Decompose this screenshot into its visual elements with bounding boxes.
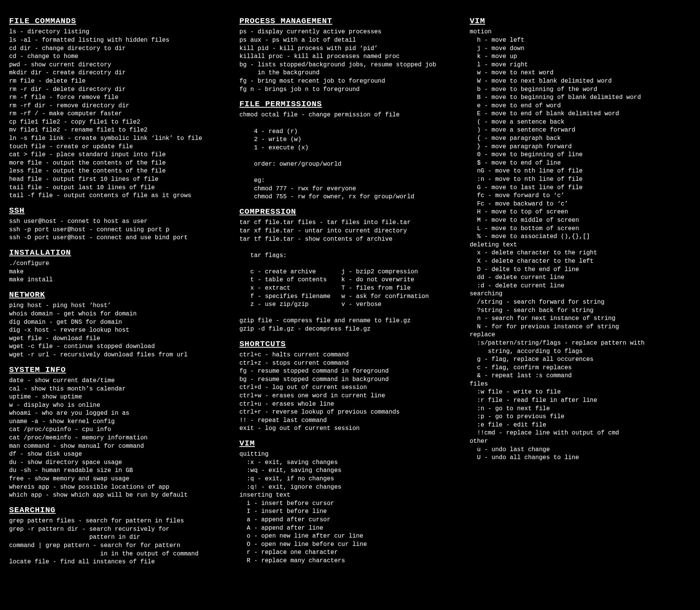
cheat-line: gzip -d file.gz - decompress file.gz [239, 325, 461, 334]
cheat-line: wget file - download file [9, 335, 230, 343]
cheat-line: O - open new line before cur line [239, 541, 461, 549]
cheat-line: g - flag, replace all occurences [470, 356, 691, 364]
cheat-line: cat /proc/meminfo - memory information [9, 434, 230, 442]
cheat-line: ps aux - ps with a lot of detail [239, 36, 461, 45]
cheat-line: fc - move forward to ‘c’ [470, 192, 691, 200]
cheat-line: a - append after cursor [239, 516, 461, 524]
cheat-line: u - undo last change [470, 446, 691, 454]
cheat-line: G - move to last line of file [470, 184, 691, 192]
section-heading: INSTALLATION [9, 248, 230, 258]
cheat-line: cat /proc/cpuinfo - cpu info [9, 426, 230, 434]
cheat-line: grep pattern files - search for pattern … [9, 517, 230, 525]
section-heading: SHORTCUTS [239, 339, 461, 350]
cheat-line: :d - delete current line [470, 282, 691, 290]
cheat-line: :q - exit, if no changes [239, 475, 461, 483]
cheat-line: :n - move to nth line of file [470, 176, 691, 184]
column-3: VIMmotion h - move left j - move down k … [470, 11, 691, 568]
cheat-line: h - move left [470, 36, 691, 45]
cheat-line: wget -c file - continue stopped download [9, 343, 230, 351]
cheat-line: cd dir - change directory to dir [9, 45, 230, 53]
cheat-line: c - flag, confirm replaces [470, 364, 691, 372]
cheat-line: cal - show this month’s calendar [9, 385, 230, 394]
cheat-line: :e file - edit file [470, 421, 691, 430]
cheat-line: du - show directory space usage [9, 459, 230, 467]
cheat-line: f - specifies filename w - ask for confi… [239, 293, 461, 301]
cheat-line: :n - go to next file [470, 405, 691, 413]
cheat-line: which app - show which app will be run b… [9, 491, 230, 500]
cheat-line: more file - output the contents of the f… [9, 159, 230, 168]
cheat-line: less file - output the contents of the f… [9, 167, 230, 176]
section-heading: SYSTEM INFO [9, 365, 230, 375]
cheat-line: head file - output first 10 lines of fil… [9, 176, 230, 184]
section-body: date - show current date/timecal - show … [9, 377, 230, 500]
cheat-line: bg - resume stopped command in backgroun… [239, 376, 461, 384]
cheat-line: N - for for previous instance of string [470, 323, 691, 331]
cheat-line: n - search for next instance of string [470, 315, 691, 323]
cheat-line: inserting text [239, 491, 461, 500]
cheat-line: fg n - brings job n to foreground [239, 86, 461, 94]
cheat-line: c - create archive j - bzip2 compression [239, 268, 461, 276]
section-body: motion h - move left j - move down k - m… [470, 28, 691, 462]
cheat-line: locate file - find all instances of file [9, 558, 230, 566]
cheat-line: dig domain - get DNS for domain [9, 318, 230, 327]
cheat-line: mv file1 file2 - rename file1 to file2 [9, 126, 230, 135]
cheat-line: M - move to middle of screen [470, 216, 691, 225]
cheat-line: chmod 777 - rwx for everyone [239, 185, 461, 193]
cheat-line: ctrl+w - erases one word in current line [239, 392, 461, 400]
cheat-line: whereis app - show possible locations of… [9, 483, 230, 492]
cheat-line [239, 119, 461, 128]
column-2: PROCESS MANAGEMENTps - display currently… [239, 11, 461, 568]
cheat-line: nG - move to nth line of file [470, 167, 691, 176]
cheat-line: dd - delete current line [470, 274, 691, 282]
cheat-line: ln -s file link - create symbolic link ‘… [9, 135, 230, 143]
cheat-line: w - display who is online [9, 401, 230, 410]
cheat-line: !! - repeat last command [239, 417, 461, 425]
cheat-line: o - open new line after cur line [239, 532, 461, 541]
cheat-line: string, according to flags [470, 348, 691, 356]
section-body: tar cf file.tar files - tar files into f… [239, 219, 461, 333]
cheat-line: :r file - read file in after line [470, 397, 691, 405]
cheat-line: ssh -p port user@host - connect using po… [9, 226, 230, 234]
section-body: ctrl+c - halts current commandctrl+z - s… [239, 351, 461, 433]
cheat-line: make install [9, 276, 230, 284]
cheat-line: tar cf file.tar files - tar files into f… [239, 219, 461, 227]
column-1: FILE COMMANDSls - directory listingls -a… [9, 11, 230, 568]
cheat-line: ctrl+r - reverse lookup of previous comm… [239, 408, 461, 417]
section-body: ssh user@host - connet to host as userss… [9, 218, 230, 242]
cheat-line: :q! - exit, ignore changes [239, 483, 461, 492]
cheat-line: ) - move a sentence forward [470, 126, 691, 135]
cheat-line: !!cmd - replace line with output of cmd [470, 429, 691, 438]
cheat-line: & - repeat last :s command [470, 372, 691, 380]
section-heading: VIM [470, 16, 691, 27]
cheat-line: dig -x host - reverse lookup host [9, 326, 230, 335]
cheat-line [239, 152, 461, 160]
cheat-line: ls -al - formatted listing with hidden f… [9, 36, 230, 45]
cheat-line: rm -rf / - make computer faster [9, 110, 230, 118]
cheat-line: :x - exit, saving changes [239, 459, 461, 467]
cheat-line: searching [470, 290, 691, 298]
cheat-line [239, 260, 461, 268]
cheat-line: kill pid - kill process with pid ‘pid’ [239, 45, 461, 53]
section-body: ps - display currently active processesp… [239, 28, 461, 94]
cheat-line: free - show memory and swap usage [9, 475, 230, 483]
cheat-line: /string - search forward for string [470, 298, 691, 307]
cheat-line: 1 - execute (x) [239, 144, 461, 152]
cheat-line: Fc - move backward to ‘c’ [470, 200, 691, 209]
cheat-line: % - move to associated (),{},[] [470, 233, 691, 241]
cheat-line: ctrl+z - stops current command [239, 359, 461, 368]
cheat-line: :w file - write to file [470, 388, 691, 397]
cheat-line: chmod 755 - rw for owner, rx for group/w… [239, 193, 461, 201]
cheat-line: 0 - move to beginning of line [470, 151, 691, 159]
section-heading: SSH [9, 205, 230, 216]
cheat-line: motion [470, 28, 691, 36]
cheat-line: other [470, 438, 691, 446]
cheat-line: command | grep pattern - search for for … [9, 542, 230, 550]
cheat-line: :s/pattern/string/flags - replace patter… [470, 339, 691, 348]
section-heading: VIM [239, 438, 461, 449]
cheat-line: ( - move a sentence back [470, 118, 691, 127]
cheat-line [239, 309, 461, 317]
section-body: chmod octal file - change permission of … [239, 111, 461, 201]
cheat-line: ps - display currently active processes [239, 28, 461, 36]
cheat-line: order: owner/group/world [239, 160, 461, 169]
cheat-line: killall proc - kill all processes named … [239, 53, 461, 61]
